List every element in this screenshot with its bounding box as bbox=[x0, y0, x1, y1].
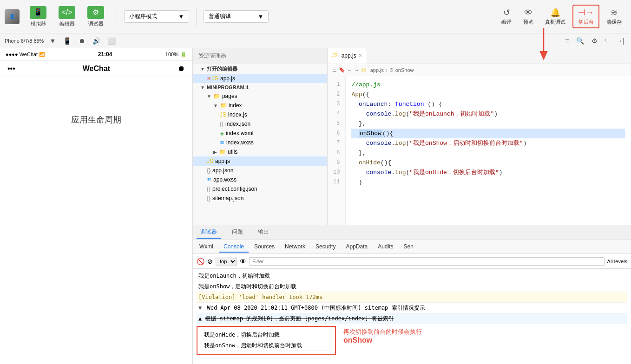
compile-select[interactable]: 普通编译 ▼ bbox=[204, 10, 269, 23]
clear-cache-label: 清缓存 bbox=[606, 19, 622, 26]
editor-icon: </> bbox=[59, 6, 75, 19]
index-wxml-file[interactable]: ◈ index.wxml bbox=[193, 129, 327, 138]
sources-tab[interactable]: Sources bbox=[250, 241, 279, 253]
console-line-2: 我是onShow，启动时和切换前台时加载 bbox=[197, 281, 627, 292]
real-device-button[interactable]: 🔔 真机调试 bbox=[540, 6, 570, 27]
breadcrumb-back[interactable]: ← bbox=[347, 67, 352, 73]
sitemap-file[interactable]: {} sitemap.json bbox=[193, 194, 327, 203]
real-device-icon: 🔔 bbox=[550, 7, 560, 18]
onhide-line: 我是onHide，切换后台时加载 bbox=[202, 330, 330, 340]
device-dropdown-icon[interactable]: ▼ bbox=[47, 37, 58, 45]
breadcrumb-forward[interactable]: → bbox=[354, 67, 359, 73]
code-line-11: } bbox=[351, 177, 625, 187]
volume-icon[interactable]: 🔊 bbox=[91, 37, 102, 45]
annotation-line2: onShow bbox=[343, 336, 422, 344]
index-json-file[interactable]: {} index.json bbox=[193, 119, 327, 129]
appdata-tab[interactable]: AppData bbox=[341, 241, 372, 253]
index-js-name: index.js bbox=[228, 111, 247, 118]
index-wxml-name: index.wxml bbox=[226, 130, 253, 136]
menu-dots[interactable]: ••• bbox=[7, 65, 15, 73]
app-wxss-file[interactable]: ≋ app.wxss bbox=[193, 175, 327, 184]
compile-button[interactable]: ↺ 编译 bbox=[497, 6, 516, 27]
filter-input[interactable] bbox=[249, 257, 605, 266]
project-section[interactable]: ▼ MINIPROGRAM-1 bbox=[193, 83, 327, 91]
context-select[interactable]: top bbox=[216, 257, 237, 266]
record-dot[interactable]: ⏺ bbox=[177, 65, 185, 73]
clear-cache-button[interactable]: ≋ 清缓存 bbox=[602, 6, 626, 27]
record-icon[interactable]: ⏺ bbox=[77, 37, 87, 45]
index-json-icon: {} bbox=[220, 121, 223, 127]
source-control-icon[interactable]: ⑂ bbox=[603, 37, 611, 45]
project-config-icon: {} bbox=[207, 186, 210, 192]
wxml-tab[interactable]: Wxml bbox=[195, 241, 218, 253]
code-content[interactable]: //app.js App({ onLaunch: function () { c… bbox=[346, 76, 631, 225]
right-arrow-icon[interactable]: →| bbox=[614, 37, 626, 45]
open-file-appjs[interactable]: ✕ JS app.js bbox=[193, 74, 327, 83]
index-js-icon: JS bbox=[220, 111, 226, 118]
tab-close-icon[interactable]: ✕ bbox=[358, 53, 362, 58]
editor-main: 资源管理器 ▼ 打开的编辑器 ✕ JS app.js bbox=[193, 48, 631, 225]
app-json-file[interactable]: {} app.json bbox=[193, 166, 327, 175]
problems-tab[interactable]: 问题 bbox=[228, 226, 247, 239]
app-wxss-icon: ≋ bbox=[207, 176, 211, 183]
switch-bg-button[interactable]: ⊣→ 切后台 bbox=[572, 5, 599, 28]
phone-icon[interactable]: 📱 bbox=[61, 37, 73, 45]
security-tab[interactable]: Security bbox=[311, 241, 340, 253]
tab-filename: app.js bbox=[342, 52, 356, 59]
console-group[interactable]: ▼ Wed Apr 08 2020 21:02:11 GMT+0800 (中国标… bbox=[197, 303, 627, 313]
network-tab[interactable]: Network bbox=[280, 241, 310, 253]
editor-area: 资源管理器 ▼ 打开的编辑器 ✕ JS app.js bbox=[193, 48, 631, 364]
sen-tab[interactable]: Sen bbox=[399, 241, 418, 253]
open-editors-section[interactable]: ▼ 打开的编辑器 bbox=[193, 64, 327, 74]
debug-tabs: 调试器 问题 输出 bbox=[193, 225, 631, 240]
wechat-header: ••• WeChat ⏺ bbox=[0, 61, 192, 77]
list-icon[interactable]: ≡ bbox=[563, 37, 571, 45]
app-js-tab[interactable]: JS app.js ✕ bbox=[328, 48, 367, 64]
code-line-9: onHide(){ bbox=[351, 158, 625, 168]
eye-icon[interactable]: 👁 bbox=[240, 258, 246, 265]
project-config-file[interactable]: {} project.config.json bbox=[193, 184, 327, 194]
output-tab[interactable]: 输出 bbox=[254, 226, 273, 239]
mode-select[interactable]: 小程序模式 ▼ bbox=[124, 10, 189, 23]
console-line-1: 我是onLaunch，初始时加载 bbox=[197, 271, 627, 281]
debugger-button[interactable]: ⚙ 调试器 bbox=[82, 4, 110, 29]
simulator-label: 模拟器 bbox=[31, 20, 46, 27]
breadcrumb-bookmark: 🔖 bbox=[339, 67, 345, 73]
code-editor: JS app.js ✕ ☰ 🔖 ← → JS app.js › ⊙ bbox=[328, 48, 631, 225]
close-file-icon[interactable]: ✕ bbox=[207, 76, 211, 82]
audits-tab[interactable]: Audits bbox=[373, 241, 398, 253]
settings-icon[interactable]: ⚙ bbox=[590, 37, 599, 45]
console-tab[interactable]: Console bbox=[219, 241, 249, 253]
file-explorer: 资源管理器 ▼ 打开的编辑器 ✕ JS app.js bbox=[193, 48, 328, 225]
editor-button[interactable]: </> 编辑器 bbox=[53, 4, 81, 29]
app-js-file[interactable]: JS app.js bbox=[193, 156, 327, 166]
preview-icon: 👁 bbox=[524, 8, 532, 18]
tab-js-icon: JS bbox=[332, 53, 338, 58]
screen-icon[interactable]: ⬜ bbox=[106, 37, 118, 45]
preview-button[interactable]: 👁 预览 bbox=[519, 6, 538, 27]
simulator-icon: 📱 bbox=[30, 6, 46, 19]
devtools-toolbar: 🚫 ⊘ top 👁 All levels bbox=[193, 254, 631, 269]
block-icon[interactable]: ⊘ bbox=[207, 258, 213, 265]
project-config-name: project.config.json bbox=[212, 186, 257, 192]
index-js-file[interactable]: JS index.js bbox=[193, 110, 327, 119]
sitemap-name: sitemap.json bbox=[212, 195, 243, 202]
search-icon[interactable]: 🔍 bbox=[574, 37, 586, 45]
index-wxss-file[interactable]: ≋ index.wxss bbox=[193, 138, 327, 147]
pages-folder[interactable]: ▼ 📁 pages bbox=[193, 91, 327, 101]
code-line-5: }, bbox=[351, 119, 625, 129]
top-toolbar: 👤 📱 模拟器 </> 编辑器 ⚙ 调试器 小程序模式 ▼ 普通编译 ▼ bbox=[0, 0, 631, 33]
debugger-tab[interactable]: 调试器 bbox=[197, 226, 221, 239]
group-arrow-icon: ▼ bbox=[198, 305, 202, 311]
simulator-button[interactable]: 📱 模拟器 bbox=[24, 4, 52, 29]
phone-status-left: ●●●● WeChat 📶 bbox=[6, 52, 45, 57]
app-js-name: app.js bbox=[215, 158, 230, 164]
index-wxss-name: index.wxss bbox=[226, 139, 254, 146]
debugger-icon: ⚙ bbox=[87, 6, 104, 19]
clear-console-icon[interactable]: 🚫 bbox=[197, 258, 204, 265]
mode-dropdown-icon: ▼ bbox=[178, 13, 184, 20]
utils-folder[interactable]: ▶ 📁 utils bbox=[193, 147, 327, 156]
console-output: 我是onLaunch，初始时加载 我是onShow，启动时和切换前台时加载 [V… bbox=[193, 269, 631, 364]
pages-arrow: ▼ bbox=[207, 94, 211, 99]
index-folder[interactable]: ▼ 📁 index bbox=[193, 101, 327, 110]
